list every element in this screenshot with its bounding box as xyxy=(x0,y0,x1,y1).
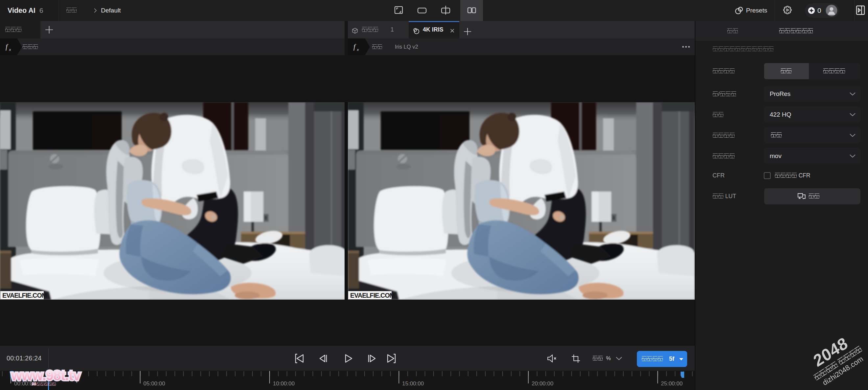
svg-text:15:00:00: 15:00:00 xyxy=(402,381,424,387)
svg-text:25:00:00: 25:00:00 xyxy=(661,381,683,387)
svg-text:10:00:00: 10:00:00 xyxy=(273,381,294,387)
svg-text:20:00:00: 20:00:00 xyxy=(532,381,553,387)
svg-text:05:00:00: 05:00:00 xyxy=(143,381,165,387)
